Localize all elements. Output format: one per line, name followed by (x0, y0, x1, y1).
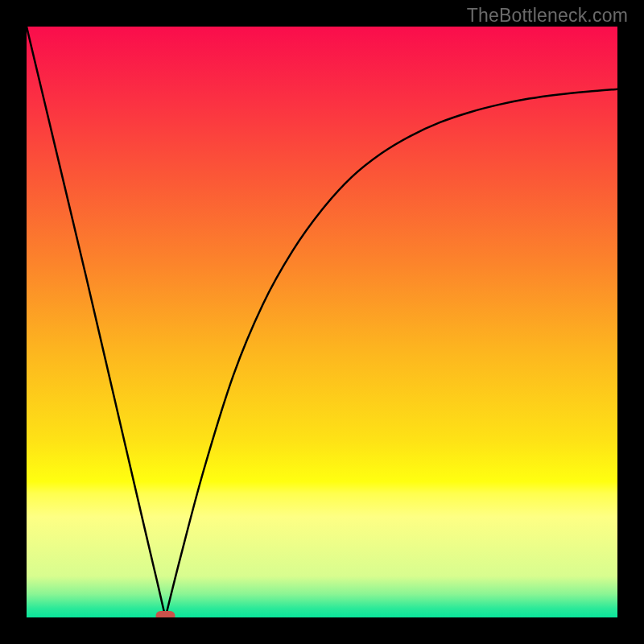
chart-svg (27, 27, 617, 617)
gradient-background (27, 27, 617, 617)
minimum-marker (155, 611, 175, 617)
plot-area (27, 27, 617, 617)
watermark-label: TheBottleneck.com (467, 5, 628, 27)
chart-container: TheBottleneck.com (0, 0, 644, 644)
